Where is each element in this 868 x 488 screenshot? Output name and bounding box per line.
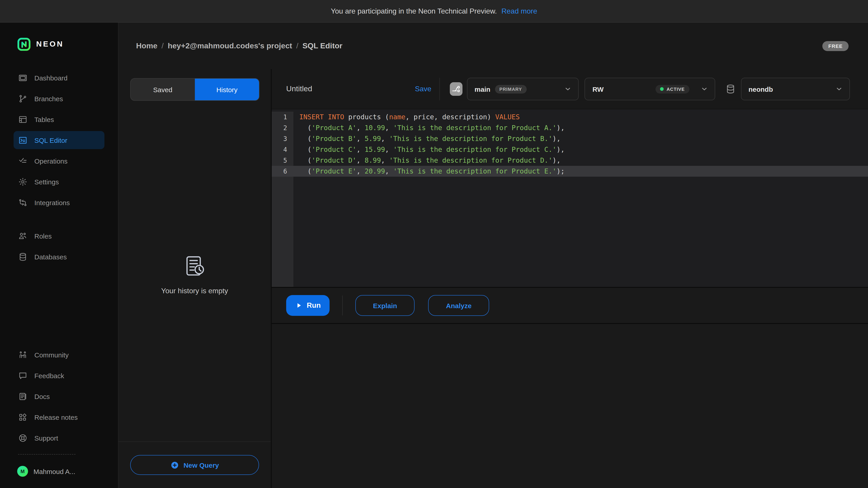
code-text: ('Product D', 8.99, 'This is the descrip…	[293, 155, 868, 166]
integrations-icon	[18, 198, 28, 207]
sidebar-item-tables[interactable]: Tables	[13, 110, 104, 128]
history-empty-icon	[183, 254, 206, 278]
sidebar-item-release-notes[interactable]: Release notes	[13, 408, 104, 426]
sidebar-item-feedback[interactable]: Feedback	[13, 366, 104, 385]
sql-editor-icon	[18, 135, 28, 145]
operations-icon	[18, 156, 28, 166]
sidebar-item-label: Dashboard	[34, 74, 68, 82]
sidebar-item-label: Tables	[34, 116, 54, 123]
run-label: Run	[307, 301, 321, 310]
branches-icon	[18, 94, 28, 103]
sidebar-item-label: Databases	[34, 253, 67, 260]
sidebar-item-community[interactable]: Community	[13, 346, 104, 364]
analyze-button[interactable]: Analyze	[428, 295, 489, 316]
sidebar-item-label: Operations	[34, 157, 68, 165]
breadcrumb-separator: /	[296, 41, 298, 51]
toolbar-divider	[439, 78, 440, 100]
brand-logo[interactable]: NEON	[0, 23, 118, 66]
line-number: 1	[272, 111, 293, 123]
plus-circle-icon	[170, 461, 179, 469]
history-empty-state: Your history is empty	[119, 254, 271, 295]
technical-preview-banner: You are participating in the Neon Techni…	[0, 0, 868, 23]
sidebar-item-docs[interactable]: Docs	[13, 387, 104, 405]
databases-icon	[18, 252, 28, 261]
sidebar-item-branches[interactable]: Branches	[13, 90, 104, 107]
branch-icon	[450, 82, 462, 96]
code-line-2: 2 ('Product A', 10.99, 'This is the desc…	[272, 123, 868, 133]
settings-icon	[18, 177, 28, 186]
sidebar-nav: DashboardBranchesTablesSQL EditorOperati…	[0, 66, 118, 212]
line-number: 2	[272, 123, 293, 133]
sidebar-item-label: Release notes	[34, 413, 78, 421]
line-number: 4	[272, 144, 293, 155]
saved-history-tabs: SavedHistory	[130, 78, 259, 101]
new-query-button[interactable]: New Query	[130, 455, 259, 475]
breadcrumb-item-hey-2-mahmoud-codes-s-pr[interactable]: hey+2@mahmoud.codes's project	[168, 41, 292, 51]
results-panel	[272, 324, 868, 488]
play-icon	[295, 301, 303, 310]
editor-toolbar: Untitled Save main	[272, 69, 868, 109]
code-empty-area	[272, 177, 868, 288]
sidebar-item-dashboard[interactable]: Dashboard	[13, 69, 104, 87]
support-icon	[18, 433, 28, 443]
branch-select[interactable]: main PRIMARY	[467, 78, 579, 100]
sidebar-item-label: Branches	[34, 95, 63, 102]
active-status-badge: ACTIVE	[656, 85, 689, 93]
query-title[interactable]: Untitled	[286, 85, 415, 94]
feedback-icon	[18, 371, 28, 380]
branch-glyph-icon	[451, 84, 461, 94]
tab-saved[interactable]: Saved	[131, 78, 195, 100]
breadcrumb-item-home[interactable]: Home	[136, 41, 157, 51]
code-text: ('Product C', 15.99, 'This is the descri…	[293, 144, 868, 155]
tab-history[interactable]: History	[195, 78, 259, 100]
read-more-link[interactable]: Read more	[501, 7, 537, 15]
sidebar-item-operations[interactable]: Operations	[13, 152, 104, 170]
neon-logo-icon	[17, 37, 31, 51]
gutter	[272, 177, 293, 288]
editor-action-bar: Run Explain Analyze	[272, 288, 868, 324]
docs-icon	[18, 392, 28, 401]
database-select[interactable]: neondb	[741, 78, 850, 100]
compute-select[interactable]: RW ACTIVE	[585, 78, 715, 100]
action-bar-divider	[342, 295, 343, 315]
sidebar-nav-database-group: RolesDatabases	[0, 224, 118, 266]
sidebar-item-label: Feedback	[34, 372, 64, 379]
sidebar-item-integrations[interactable]: Integrations	[13, 193, 104, 212]
sidebar-item-roles[interactable]: Roles	[13, 227, 104, 245]
sidebar-item-sql-editor[interactable]: SQL Editor	[13, 131, 104, 149]
code-line-3: 3 ('Product B', 5.99, 'This is the descr…	[272, 133, 868, 144]
user-name: Mahmoud A...	[33, 467, 75, 475]
user-account-button[interactable]: M Mahmoud A...	[0, 455, 118, 488]
brand-name: NEON	[36, 40, 64, 49]
compute-status: ACTIVE	[666, 87, 685, 92]
sidebar-item-databases[interactable]: Databases	[13, 248, 104, 266]
compute-name: RW	[592, 85, 603, 93]
save-button[interactable]: Save	[415, 85, 431, 93]
new-query-label: New Query	[184, 461, 219, 469]
tables-icon	[18, 115, 28, 124]
history-empty-message: Your history is empty	[161, 287, 228, 295]
code-text: INSERT INTO products (name, price, descr…	[293, 111, 868, 123]
sidebar-item-settings[interactable]: Settings	[13, 173, 104, 191]
code-line-6: 6 ('Product E', 20.99, 'This is the desc…	[272, 166, 868, 177]
run-button[interactable]: Run	[286, 295, 330, 316]
community-icon	[18, 350, 28, 359]
sql-editor-pane: Untitled Save main	[272, 69, 868, 488]
database-icon	[725, 83, 736, 95]
database-name: neondb	[748, 85, 773, 93]
line-number: 5	[272, 155, 293, 166]
code-text: ('Product B', 5.99, 'This is the descrip…	[293, 133, 868, 144]
sidebar-item-support[interactable]: Support	[13, 429, 104, 447]
chevron-down-icon	[564, 85, 572, 93]
sidebar-item-label: Docs	[34, 392, 50, 400]
sidebar-item-label: Settings	[34, 178, 59, 186]
sidebar-item-label: Integrations	[34, 199, 70, 206]
history-panel: SavedHistory Your history is empty	[119, 69, 272, 488]
sidebar-item-label: Community	[34, 351, 69, 359]
sidebar-nav-secondary: CommunityFeedbackDocsRelease notesSuppor…	[0, 343, 118, 447]
sql-code-editor[interactable]: 1INSERT INTO products (name, price, desc…	[272, 109, 868, 288]
explain-button[interactable]: Explain	[355, 295, 415, 316]
history-footer: New Query	[119, 442, 271, 488]
sidebar-item-label: Roles	[34, 232, 52, 240]
main-area: Home/hey+2@mahmoud.codes's project/SQL E…	[119, 23, 868, 488]
